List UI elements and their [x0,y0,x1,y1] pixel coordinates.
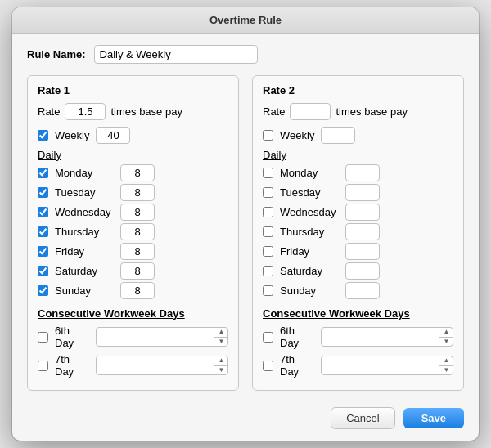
rate2-sunday-label: Sunday [280,284,339,297]
rate1-monday-checkbox[interactable] [38,168,48,178]
rate1-tuesday-checkbox[interactable] [38,187,48,198]
rate2-thursday-checkbox[interactable] [263,226,273,237]
overtime-rule-dialog: Overtime Rule Rule Name: Rate 1 Rate tim… [12,7,479,441]
rate2-weekly-row: Weekly [263,127,453,144]
rate2-7th-day-label: 7th Day [280,353,314,378]
rate2-6th-day-row: 6th Day ▲ ▼ [263,325,453,349]
rate1-7th-day-checkbox[interactable] [38,361,48,371]
rate1-rate-input[interactable] [65,103,106,120]
rate1-weekly-row: Weekly [38,127,228,144]
rate1-7th-day-stepper[interactable]: ▲ ▼ [96,356,228,375]
rate2-7th-day-select[interactable] [321,356,453,375]
rate1-6th-day-row: 6th Day ▲ ▼ [38,325,228,349]
rate2-consecutive-label: Consecutive Workweek Days [263,307,453,320]
rate2-weekly-input[interactable] [321,127,355,144]
rate1-section: Rate 1 Rate times base pay Weekly Daily … [27,75,239,391]
rate1-rate-row: Rate times base pay [38,103,228,120]
rate1-weekly-checkbox[interactable] [38,130,48,141]
rate1-saturday-checkbox[interactable] [38,266,48,276]
rate2-friday-checkbox[interactable] [263,246,273,257]
rate1-tuesday-input[interactable] [120,184,155,201]
rate2-rate-row: Rate times base pay [263,103,453,120]
rate1-daily-label: Daily [38,149,228,161]
rate1-sunday-label: Sunday [55,284,114,297]
rate2-friday-label: Friday [280,245,339,258]
rate1-saturday-label: Saturday [55,265,114,277]
rate2-tuesday-label: Tuesday [280,186,339,199]
rate1-day-saturday: Saturday [38,262,228,280]
rate2-weekly-checkbox[interactable] [263,130,273,141]
rate2-day-sunday: Sunday [263,282,453,299]
rate2-wednesday-checkbox[interactable] [263,207,273,217]
rate2-monday-label: Monday [280,167,339,179]
rate2-title: Rate 2 [263,84,453,96]
rate2-tuesday-checkbox[interactable] [263,187,273,198]
rate2-6th-day-checkbox[interactable] [263,332,273,343]
rate2-7th-day-stepper[interactable]: ▲ ▼ [321,356,453,375]
rate2-thursday-label: Thursday [280,226,339,238]
rate1-thursday-label: Thursday [55,226,114,238]
dialog-footer: Cancel Save [12,399,479,441]
rate2-6th-day-select[interactable] [321,327,453,347]
rate2-day-tuesday: Tuesday [263,184,453,201]
cancel-button[interactable]: Cancel [331,407,394,429]
rule-name-input[interactable] [94,45,258,64]
rate2-7th-day-checkbox[interactable] [263,361,273,371]
rate1-monday-label: Monday [55,167,114,179]
rate2-day-wednesday: Wednesday [263,204,453,221]
rate2-6th-day-stepper[interactable]: ▲ ▼ [321,327,453,347]
rate1-6th-day-select[interactable] [96,327,228,347]
rate2-sunday-checkbox[interactable] [263,285,273,296]
rate2-wednesday-label: Wednesday [280,206,339,218]
rate1-saturday-input[interactable] [120,262,155,280]
rate1-sunday-checkbox[interactable] [38,285,48,296]
rate2-rate-label: Rate [263,105,285,118]
rate1-6th-day-stepper[interactable]: ▲ ▼ [96,327,228,347]
rate2-monday-input[interactable] [345,164,380,181]
rate2-tuesday-input[interactable] [345,184,380,201]
rate1-day-monday: Monday [38,164,228,181]
rate2-section: Rate 2 Rate times base pay Weekly Daily … [252,75,464,391]
rate2-daily-label: Daily [263,149,453,161]
rate1-tuesday-label: Tuesday [55,186,114,199]
rate2-thursday-input[interactable] [345,223,380,240]
rate2-wednesday-input[interactable] [345,204,380,221]
rate1-title: Rate 1 [38,84,228,96]
rate2-day-thursday: Thursday [263,223,453,240]
rate2-times-base-pay: times base pay [336,105,407,118]
rate1-friday-checkbox[interactable] [38,246,48,257]
rate2-saturday-checkbox[interactable] [263,266,273,276]
rate2-sunday-input[interactable] [345,282,380,299]
rate1-7th-day-label: 7th Day [55,353,89,378]
rate2-rate-input[interactable] [290,103,331,120]
save-button[interactable]: Save [403,408,464,428]
rate1-weekly-input[interactable] [96,127,130,144]
rate1-wednesday-checkbox[interactable] [38,207,48,217]
rate1-7th-day-select[interactable] [96,356,228,375]
rate1-6th-day-checkbox[interactable] [38,332,48,343]
rate2-6th-day-label: 6th Day [280,325,314,349]
rate1-friday-label: Friday [55,245,114,258]
rate2-day-monday: Monday [263,164,453,181]
rate1-weekly-label: Weekly [55,129,89,141]
rates-container: Rate 1 Rate times base pay Weekly Daily … [27,75,464,391]
rate1-day-thursday: Thursday [38,223,228,240]
rate1-thursday-input[interactable] [120,223,155,240]
rate1-thursday-checkbox[interactable] [38,226,48,237]
rule-name-row: Rule Name: [27,45,464,64]
rate2-friday-input[interactable] [345,243,380,260]
rate2-monday-checkbox[interactable] [263,168,273,178]
rate2-day-friday: Friday [263,243,453,260]
rate1-day-tuesday: Tuesday [38,184,228,201]
rate2-saturday-label: Saturday [280,265,339,277]
rate1-friday-input[interactable] [120,243,155,260]
rate1-monday-input[interactable] [120,164,155,181]
rate1-sunday-input[interactable] [120,282,155,299]
rate2-weekly-label: Weekly [280,129,314,141]
dialog-body: Rule Name: Rate 1 Rate times base pay We… [12,34,479,399]
rate1-wednesday-input[interactable] [120,204,155,221]
rate2-saturday-input[interactable] [345,262,380,280]
rate1-rate-label: Rate [38,105,60,118]
rate2-7th-day-row: 7th Day ▲ ▼ [263,353,453,378]
rate1-day-wednesday: Wednesday [38,204,228,221]
